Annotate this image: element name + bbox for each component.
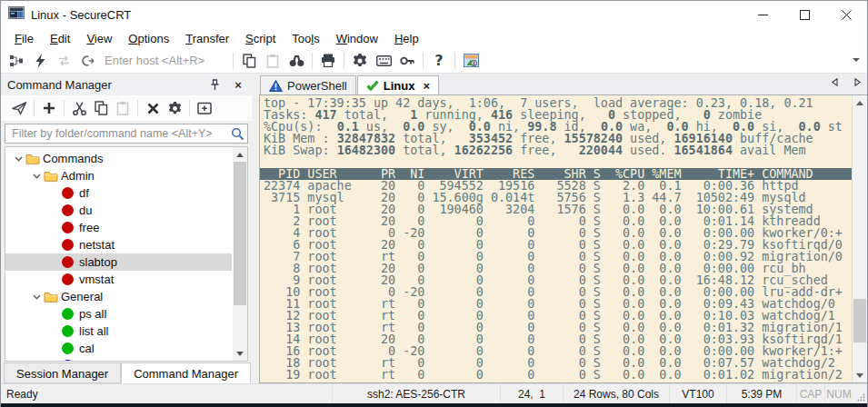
pin-panel-button[interactable] [207,77,222,92]
chevron-down-icon[interactable] [29,294,44,300]
tree-item-netstat[interactable]: netstat [5,236,232,253]
menu-edit[interactable]: Edit [42,30,78,47]
menu-window[interactable]: Window [328,30,386,47]
tree-item-Commands[interactable]: Commands [5,150,232,167]
tree-item-ps-all[interactable]: ps all [5,305,232,323]
tree-item-Admin[interactable]: Admin [5,167,232,184]
scissors-icon [73,102,86,115]
command-manager-header: Command Manager × [1,74,252,95]
maximize-icon [800,10,810,20]
menu-options[interactable]: Options [120,30,177,47]
minimize-button[interactable] [742,1,783,28]
delete-button[interactable] [142,97,164,119]
tab-scroll-right-button[interactable] [854,78,862,86]
chevron-down-icon[interactable] [29,174,44,179]
help-button[interactable]: ? [427,50,451,71]
menu-bar: FileEditViewOptionsTransferScriptToolsWi… [1,28,867,48]
tree-item-label: Commands [43,152,103,165]
tree-item-slabtop[interactable]: slabtop [5,253,232,271]
print-button[interactable] [316,50,340,71]
scrollbar-thumb[interactable] [853,299,866,342]
session-manager-button[interactable] [5,50,28,71]
right-arrow-icon [854,78,862,86]
tree-scrollbar[interactable] [233,147,247,361]
tree-item-free[interactable]: free [5,219,232,236]
command-dot-icon [62,273,79,285]
resize-grip[interactable] [853,384,867,403]
tree-item-vmstat[interactable]: vmstat [5,271,232,288]
toolbar-separator [189,100,190,116]
menu-view[interactable]: View [78,30,120,47]
copy-command-button[interactable] [90,97,112,119]
copy-button[interactable] [237,50,261,71]
help-icon: ? [434,52,443,69]
toolbar-separator [64,100,65,116]
menu-transfer[interactable]: Transfer [177,30,237,47]
maximize-button[interactable] [783,1,825,28]
tab-session-manager[interactable]: Session Manager [4,362,121,383]
scroll-down-arrow-icon[interactable] [853,368,867,382]
filter-input[interactable] [10,126,231,141]
chevron-down-icon[interactable] [11,156,25,162]
tree-item-list-all[interactable]: list all [5,323,232,340]
menu-file[interactable]: File [6,30,42,47]
session-tab-linux[interactable]: Linux× [357,75,439,94]
scrollbar-thumb[interactable] [234,162,246,305]
status-bar: Ready ssh2: AES-256-CTR24, 124 Rows, 80 … [1,383,867,403]
tree-item-label: vmstat [79,273,114,286]
tree-item-cal[interactable]: cal [5,340,232,357]
security-button[interactable] [395,50,419,71]
status-cell: VT100 [669,384,726,403]
tab-close-icon[interactable]: × [423,79,430,93]
close-panel-button[interactable]: × [231,77,245,92]
add-command-button[interactable] [38,97,60,119]
quick-connect-button[interactable] [28,50,52,71]
session-tab-powershell[interactable]: PowerShell [260,75,356,94]
tree-item-General[interactable]: General [5,288,232,305]
menu-script[interactable]: Script [237,30,284,47]
paste-button[interactable] [261,50,284,71]
panel-splitter[interactable] [252,74,259,383]
close-button[interactable] [825,1,867,28]
panel-title: Command Manager [7,78,112,92]
terminal-screen[interactable]: top - 17:39:35 up 42 days, 1:06, 7 users… [259,94,867,383]
new-window-button[interactable]: 8 [459,50,483,71]
paste-command-button[interactable] [112,97,134,119]
close-icon [842,10,852,20]
tree-item-env-home[interactable]: env home [5,357,232,362]
command-dot-icon [62,187,79,199]
tree-item-label: df [79,186,89,200]
status-indicator-num: NUM [824,384,853,403]
menu-help[interactable]: Help [386,30,427,47]
minimize-icon [758,10,768,20]
session-manager-icon [9,54,24,68]
toolbar-options-caret[interactable] [853,58,860,62]
cut-button[interactable] [68,97,90,119]
command-settings-button[interactable] [164,97,185,119]
terminal-scrollbar[interactable] [852,95,867,382]
find-button[interactable] [284,50,308,71]
send-command-button[interactable] [8,97,30,119]
tree-item-du[interactable]: du [5,202,232,219]
terminal-pane: PowerShellLinux× top - 17:39:35 up 42 da… [259,74,867,383]
toolbar-separator [137,100,138,116]
new-window-icon: 8 [464,54,479,67]
scroll-up-arrow-icon[interactable] [853,95,867,110]
session-options-button[interactable] [348,50,372,71]
map-keys-button[interactable] [372,50,395,71]
quick-connect-host-input[interactable] [103,53,229,68]
tab-scroll-left-button[interactable] [831,78,838,86]
toolbar-separator [312,53,313,69]
main-area: Command Manager × [1,74,867,383]
menu-tools[interactable]: Tools [284,30,327,47]
disconnect-button[interactable] [75,50,99,71]
reconnect-button[interactable] [52,50,75,71]
tree-item-df[interactable]: df [5,184,232,202]
new-folder-button[interactable] [194,97,215,119]
tab-command-manager[interactable]: Command Manager [121,362,251,383]
folder-icon [44,170,61,182]
pin-icon [210,79,220,91]
scroll-down-arrow-icon[interactable] [233,346,247,361]
process-row: 19 root rt 0 0 0 0 S 0.0 0.0 0:01.02 mig… [264,369,852,381]
scroll-up-arrow-icon[interactable] [233,147,247,162]
